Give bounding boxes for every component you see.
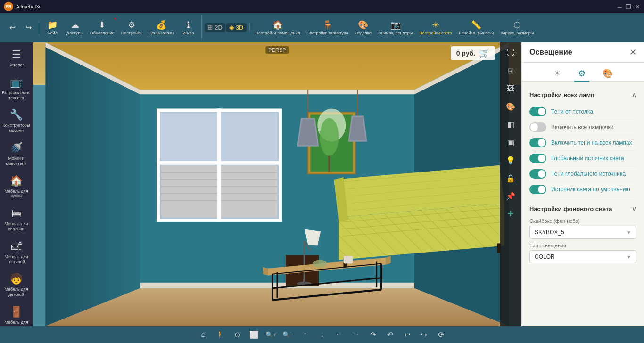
all-lamps-toggle[interactable]: ∧	[632, 91, 636, 98]
minimize-button[interactable]: ─	[618, 3, 622, 10]
close-button[interactable]: ✕	[635, 3, 640, 10]
file-section: 📁 Файл ☁ Доступы ⬇ Обновление ⚙ Настройк…	[39, 16, 202, 40]
lighting-type-arrow: ▼	[627, 254, 631, 260]
viewport-right-toolbar: ⛶ ⊞ 🖼 🎨 ◧ ▣ 💡 🔒 📌 +	[500, 42, 521, 326]
lock-button[interactable]: 🔒	[502, 170, 519, 187]
view-3d-button[interactable]: ◈ 3D	[226, 23, 247, 32]
enable-shadows-label[interactable]: Включить тени на всех лампах	[551, 139, 632, 146]
home-view-button[interactable]: ⌂	[197, 328, 210, 341]
settings-icon: ⚙	[128, 20, 135, 30]
add-button[interactable]: +	[502, 205, 519, 222]
sidebar-item-children[interactable]: 🧒 Мебель для детской	[1, 269, 32, 301]
snapshot-icon: 📷	[390, 20, 401, 30]
sidebar-item-hallway[interactable]: 🚪 Мебель для прихожей	[1, 302, 32, 326]
sidebar-item-constructors[interactable]: 🔧 Конструкторы мебели	[1, 105, 32, 137]
redo-3d-button[interactable]: ↪	[417, 328, 430, 341]
undo-3d-button[interactable]: ↩	[400, 328, 413, 341]
prices-button[interactable]: 💰 Цены/заказы	[146, 16, 177, 40]
prices-label: Цены/заказы	[149, 31, 174, 36]
wireframe-button[interactable]: ⬡ Каркас, размеры	[498, 16, 537, 40]
constructors-icon: 🔧	[10, 109, 23, 121]
maximize-button[interactable]: ❐	[626, 3, 631, 10]
move-up-button[interactable]: ↑	[298, 328, 312, 341]
builtin-label: Встраиваемая техника	[2, 90, 30, 101]
sidebar-item-living[interactable]: 🛋 Мебель для гостиной	[1, 237, 32, 269]
access-button[interactable]: ☁ Доступы	[64, 16, 86, 40]
light-settings-label: Настройки света	[419, 31, 452, 36]
lighting-type-dropdown-row: Тип освещения COLOR ▼	[529, 243, 636, 263]
box-button[interactable]: ▣	[502, 134, 519, 151]
skybox-select[interactable]: SKYBOX_5 ▼	[529, 226, 636, 239]
lamp-button[interactable]: 💡	[502, 152, 519, 169]
snapshot-button[interactable]: 📷 Снимок, рендеры	[375, 16, 415, 40]
rotate-ccw-button[interactable]: ↶	[383, 328, 396, 341]
svg-marker-12	[140, 90, 414, 94]
default-source-switch[interactable]	[529, 185, 546, 194]
global-shadows-switch[interactable]	[529, 169, 546, 179]
default-source-label[interactable]: Источник света по умолчанию	[551, 186, 630, 193]
lighting-type-select[interactable]: COLOR ▼	[529, 250, 636, 263]
fullscreen-button[interactable]: ⛶	[502, 44, 519, 61]
global-shadows-knob	[538, 170, 545, 178]
tab-settings[interactable]: ⚙	[574, 66, 589, 82]
info-button[interactable]: ℹ Инфо	[178, 16, 198, 40]
panel-close-button[interactable]: ✕	[629, 48, 636, 57]
reset-button[interactable]: ⟳	[434, 328, 447, 341]
view-3d-label: 3D	[236, 24, 244, 31]
settings-button[interactable]: ⚙ Настройки	[118, 16, 145, 40]
global-shadows-label[interactable]: Тени глобального источника	[551, 171, 626, 177]
pin-button[interactable]: 📌	[502, 188, 519, 204]
enable-shadows-switch[interactable]	[529, 138, 546, 147]
sidebar-item-catalog[interactable]: ☰ Каталог	[1, 45, 32, 72]
room-settings-button[interactable]: 🏠 Настройки помещения	[253, 16, 303, 40]
update-button[interactable]: ⬇ Обновление	[87, 16, 117, 40]
furniture-settings-button[interactable]: 🪑 Настройки гарнитура	[304, 16, 351, 40]
sidebar-item-kitchen[interactable]: 🏠 Мебель для кухни	[1, 171, 32, 203]
image-button[interactable]: 🖼	[502, 80, 519, 97]
tab-palette[interactable]: 🎨	[599, 66, 617, 82]
redo-button[interactable]: ↪	[21, 20, 36, 35]
trim-button[interactable]: 🎨 Отделка	[352, 16, 374, 40]
catalog-label: Каталог	[8, 63, 24, 68]
background-toggle[interactable]: ∨	[632, 205, 636, 212]
3d-viewport[interactable]: 0 руб. 🛒 PERSP ⛶ ⊞ 🖼 🎨 ◧ ▣ 💡 🔒 📌 +	[33, 42, 521, 326]
light-settings-button[interactable]: ☀ Настройки света	[416, 16, 455, 40]
zoom-out-button[interactable]: 🔍−	[281, 328, 295, 341]
panel-tabs: ☀ ⚙ 🎨	[522, 63, 644, 82]
select-button[interactable]: ⬜	[248, 328, 261, 341]
move-right-button[interactable]: →	[349, 328, 363, 341]
file-button[interactable]: 📁 Файл	[42, 16, 63, 40]
sidebar-item-sinks[interactable]: 🚿 Мойки и смесители	[1, 138, 32, 170]
grid-button[interactable]: ⊞	[502, 62, 519, 79]
paint-button[interactable]: 🎨	[502, 98, 519, 115]
undo-button[interactable]: ↩	[5, 20, 20, 35]
enable-bulbs-switch[interactable]	[529, 122, 546, 132]
view-2d-button[interactable]: ⊞ 2D	[205, 23, 225, 32]
move-left-button[interactable]: ←	[332, 328, 346, 341]
orbit-button[interactable]: ⊙	[231, 328, 244, 341]
tab-sun[interactable]: ☀	[550, 66, 565, 82]
main-area: ☰ Каталог 📺 Встраиваемая техника 🔧 Конст…	[0, 42, 644, 326]
svg-rect-19	[161, 165, 218, 217]
sidebar-item-bedroom[interactable]: 🛏 Мебель для спальни	[1, 204, 32, 236]
trim-label: Отделка	[355, 31, 372, 36]
zoom-in-button[interactable]: 🔍+	[264, 328, 278, 341]
global-source-label[interactable]: Глобальный источник света	[551, 155, 624, 162]
sidebar-item-builtin[interactable]: 📺 Встраиваемая техника	[1, 73, 32, 105]
cube-button[interactable]: ◧	[502, 116, 519, 133]
move-down-button[interactable]: ↓	[315, 328, 329, 341]
enable-bulbs-label[interactable]: Включить все лампочки	[551, 124, 613, 131]
view-2d-label: 2D	[215, 24, 223, 31]
rotate-cw-button[interactable]: ↷	[366, 328, 380, 341]
prices-icon: 💰	[156, 20, 166, 30]
main-toolbar: ↩ ↪ 📁 Файл ☁ Доступы ⬇ Обновление ⚙ Наст…	[0, 13, 644, 42]
ruler-button[interactable]: 📏 Линейка, выноски	[456, 16, 497, 40]
snapshot-label: Снимок, рендеры	[378, 31, 413, 36]
panel-header: Освещение ✕	[522, 42, 644, 63]
ceiling-shadows-label[interactable]: Тени от потолка	[551, 108, 593, 115]
global-source-switch[interactable]	[529, 154, 546, 163]
ceiling-shadows-switch[interactable]	[529, 107, 546, 116]
walk-button[interactable]: 🚶	[214, 328, 227, 341]
price-badge: 0 руб. 🛒	[451, 46, 495, 60]
window-controls[interactable]: ─ ❐ ✕	[618, 3, 640, 10]
